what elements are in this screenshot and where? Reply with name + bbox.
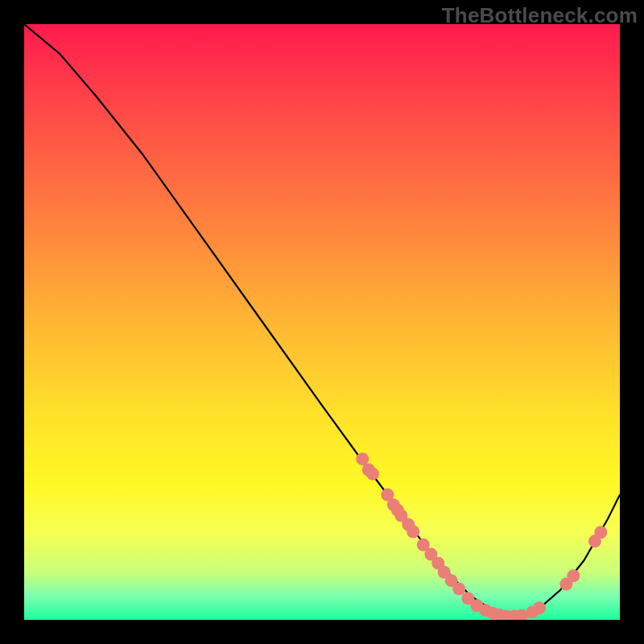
data-point: [366, 468, 379, 481]
data-point: [567, 569, 580, 582]
chart-svg: [24, 24, 620, 620]
chart-frame: [24, 24, 620, 620]
bottleneck-curve: [24, 24, 620, 617]
data-point: [452, 583, 465, 596]
data-point: [407, 525, 419, 538]
data-point: [533, 601, 546, 614]
watermark-text: TheBottleneck.com: [442, 3, 638, 28]
data-point: [594, 526, 607, 539]
scatter-dots: [356, 452, 607, 620]
